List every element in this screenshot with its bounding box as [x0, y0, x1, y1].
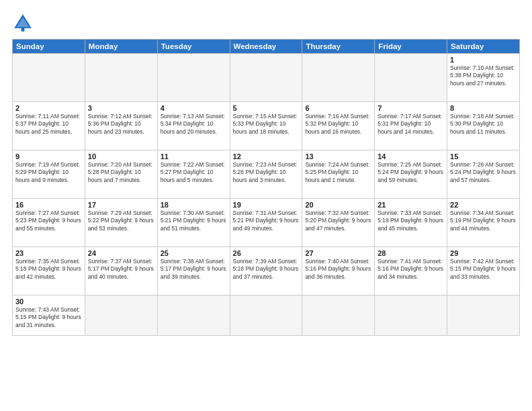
week-row-1: 1Sunrise: 7:10 AM Sunset: 5:38 PM Daylig…	[13, 54, 520, 102]
day-number: 28	[378, 249, 444, 257]
day-number: 24	[88, 249, 154, 257]
calendar-cell	[230, 295, 302, 336]
weekday-header-tuesday: Tuesday	[157, 40, 230, 54]
calendar-cell	[302, 295, 375, 336]
day-info: Sunrise: 7:18 AM Sunset: 5:30 PM Dayligh…	[450, 113, 517, 136]
day-info: Sunrise: 7:33 AM Sunset: 5:19 PM Dayligh…	[378, 210, 444, 232]
day-number: 5	[233, 104, 300, 112]
calendar-cell: 8Sunrise: 7:18 AM Sunset: 5:30 PM Daylig…	[447, 102, 520, 150]
day-info: Sunrise: 7:39 AM Sunset: 5:16 PM Dayligh…	[233, 258, 300, 281]
day-info: Sunrise: 7:37 AM Sunset: 5:17 PM Dayligh…	[88, 258, 154, 281]
calendar-cell: 22Sunrise: 7:34 AM Sunset: 5:19 PM Dayli…	[447, 199, 520, 247]
calendar-cell: 4Sunrise: 7:13 AM Sunset: 5:34 PM Daylig…	[157, 102, 230, 150]
logo-icon	[12, 12, 34, 34]
day-info: Sunrise: 7:12 AM Sunset: 5:36 PM Dayligh…	[88, 113, 154, 136]
calendar-cell: 29Sunrise: 7:42 AM Sunset: 5:15 PM Dayli…	[447, 247, 520, 295]
weekday-header-row: SundayMondayTuesdayWednesdayThursdayFrid…	[13, 40, 520, 54]
calendar-cell: 25Sunrise: 7:38 AM Sunset: 5:17 PM Dayli…	[157, 247, 230, 295]
day-number: 20	[305, 201, 371, 209]
day-info: Sunrise: 7:35 AM Sunset: 5:18 PM Dayligh…	[15, 258, 82, 281]
day-info: Sunrise: 7:17 AM Sunset: 5:31 PM Dayligh…	[378, 113, 444, 136]
weekday-header-monday: Monday	[85, 40, 157, 54]
day-info: Sunrise: 7:43 AM Sunset: 5:15 PM Dayligh…	[15, 306, 82, 329]
day-number: 6	[305, 104, 371, 112]
calendar-cell	[85, 54, 157, 102]
day-number: 22	[450, 201, 517, 209]
day-number: 11	[161, 152, 227, 161]
calendar-cell: 27Sunrise: 7:40 AM Sunset: 5:16 PM Dayli…	[302, 247, 375, 295]
week-row-6: 30Sunrise: 7:43 AM Sunset: 5:15 PM Dayli…	[13, 295, 520, 336]
logo	[12, 12, 36, 34]
day-info: Sunrise: 7:24 AM Sunset: 5:25 PM Dayligh…	[305, 161, 371, 184]
calendar-cell: 18Sunrise: 7:30 AM Sunset: 5:21 PM Dayli…	[157, 199, 230, 247]
calendar-cell: 30Sunrise: 7:43 AM Sunset: 5:15 PM Dayli…	[13, 295, 85, 336]
day-info: Sunrise: 7:19 AM Sunset: 5:29 PM Dayligh…	[15, 161, 82, 184]
day-info: Sunrise: 7:30 AM Sunset: 5:21 PM Dayligh…	[161, 210, 227, 232]
day-info: Sunrise: 7:16 AM Sunset: 5:32 PM Dayligh…	[305, 113, 371, 136]
calendar-cell: 5Sunrise: 7:15 AM Sunset: 5:33 PM Daylig…	[230, 102, 302, 150]
week-row-5: 23Sunrise: 7:35 AM Sunset: 5:18 PM Dayli…	[13, 247, 520, 295]
header	[12, 12, 520, 34]
day-number: 12	[233, 152, 300, 161]
day-info: Sunrise: 7:32 AM Sunset: 5:20 PM Dayligh…	[305, 210, 371, 232]
weekday-header-wednesday: Wednesday	[230, 40, 302, 54]
calendar-cell	[13, 54, 85, 102]
day-info: Sunrise: 7:22 AM Sunset: 5:27 PM Dayligh…	[161, 161, 227, 184]
day-info: Sunrise: 7:10 AM Sunset: 5:38 PM Dayligh…	[450, 64, 517, 87]
day-info: Sunrise: 7:15 AM Sunset: 5:33 PM Dayligh…	[233, 113, 300, 136]
calendar-cell	[85, 295, 157, 336]
day-number: 1	[450, 56, 517, 64]
week-row-4: 16Sunrise: 7:27 AM Sunset: 5:23 PM Dayli…	[13, 199, 520, 247]
day-info: Sunrise: 7:31 AM Sunset: 5:21 PM Dayligh…	[233, 210, 300, 232]
day-info: Sunrise: 7:11 AM Sunset: 5:37 PM Dayligh…	[15, 113, 82, 136]
week-row-3: 9Sunrise: 7:19 AM Sunset: 5:29 PM Daylig…	[13, 150, 520, 199]
calendar-cell: 2Sunrise: 7:11 AM Sunset: 5:37 PM Daylig…	[13, 102, 85, 150]
calendar-cell	[157, 295, 230, 336]
calendar-cell: 14Sunrise: 7:25 AM Sunset: 5:24 PM Dayli…	[375, 150, 447, 199]
day-info: Sunrise: 7:25 AM Sunset: 5:24 PM Dayligh…	[378, 161, 444, 184]
calendar-cell: 23Sunrise: 7:35 AM Sunset: 5:18 PM Dayli…	[13, 247, 85, 295]
calendar-cell: 12Sunrise: 7:23 AM Sunset: 5:26 PM Dayli…	[230, 150, 302, 199]
weekday-header-thursday: Thursday	[302, 40, 375, 54]
day-number: 29	[450, 249, 517, 257]
calendar-cell: 1Sunrise: 7:10 AM Sunset: 5:38 PM Daylig…	[447, 54, 520, 102]
week-row-2: 2Sunrise: 7:11 AM Sunset: 5:37 PM Daylig…	[13, 102, 520, 150]
day-number: 14	[378, 152, 444, 161]
day-number: 17	[88, 201, 154, 209]
calendar-cell	[230, 54, 302, 102]
day-number: 27	[305, 249, 371, 257]
calendar-cell: 3Sunrise: 7:12 AM Sunset: 5:36 PM Daylig…	[85, 102, 157, 150]
calendar-cell: 6Sunrise: 7:16 AM Sunset: 5:32 PM Daylig…	[302, 102, 375, 150]
day-info: Sunrise: 7:41 AM Sunset: 5:16 PM Dayligh…	[378, 258, 444, 281]
day-number: 2	[15, 104, 82, 112]
day-info: Sunrise: 7:42 AM Sunset: 5:15 PM Dayligh…	[450, 258, 517, 281]
calendar: SundayMondayTuesdayWednesdayThursdayFrid…	[12, 39, 520, 336]
day-info: Sunrise: 7:29 AM Sunset: 5:22 PM Dayligh…	[88, 210, 154, 232]
calendar-cell: 9Sunrise: 7:19 AM Sunset: 5:29 PM Daylig…	[13, 150, 85, 199]
day-info: Sunrise: 7:38 AM Sunset: 5:17 PM Dayligh…	[161, 258, 227, 281]
day-number: 18	[161, 201, 227, 209]
calendar-cell	[375, 295, 447, 336]
calendar-cell: 17Sunrise: 7:29 AM Sunset: 5:22 PM Dayli…	[85, 199, 157, 247]
day-number: 21	[378, 201, 444, 209]
calendar-cell: 20Sunrise: 7:32 AM Sunset: 5:20 PM Dayli…	[302, 199, 375, 247]
svg-rect-2	[21, 27, 25, 31]
day-number: 25	[161, 249, 227, 257]
day-number: 23	[15, 249, 82, 257]
calendar-cell: 26Sunrise: 7:39 AM Sunset: 5:16 PM Dayli…	[230, 247, 302, 295]
day-number: 26	[233, 249, 300, 257]
weekday-header-sunday: Sunday	[13, 40, 85, 54]
day-number: 30	[15, 298, 82, 306]
calendar-cell: 28Sunrise: 7:41 AM Sunset: 5:16 PM Dayli…	[375, 247, 447, 295]
day-number: 13	[305, 152, 371, 161]
weekday-header-friday: Friday	[375, 40, 447, 54]
calendar-cell: 15Sunrise: 7:26 AM Sunset: 5:24 PM Dayli…	[447, 150, 520, 199]
calendar-cell	[157, 54, 230, 102]
weekday-header-saturday: Saturday	[447, 40, 520, 54]
day-info: Sunrise: 7:23 AM Sunset: 5:26 PM Dayligh…	[233, 161, 300, 184]
day-number: 19	[233, 201, 300, 209]
day-number: 4	[161, 104, 227, 112]
calendar-cell	[302, 54, 375, 102]
day-info: Sunrise: 7:20 AM Sunset: 5:28 PM Dayligh…	[88, 161, 154, 184]
calendar-cell: 16Sunrise: 7:27 AM Sunset: 5:23 PM Dayli…	[13, 199, 85, 247]
